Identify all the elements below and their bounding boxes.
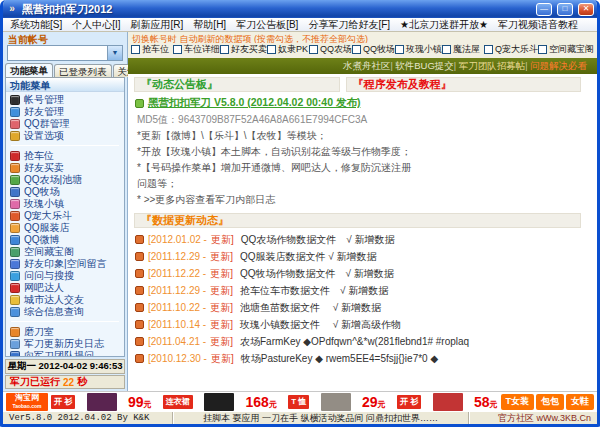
menu-item[interactable]: 个人中心[I] bbox=[67, 18, 125, 32]
menu-item[interactable]: 分享军刀给好友[F] bbox=[303, 18, 395, 32]
banner-segment[interactable] bbox=[87, 393, 117, 411]
sidebar-item[interactable]: QQ牧场 bbox=[6, 186, 124, 198]
sidebar-item[interactable]: 空间藏宝阁 bbox=[6, 246, 124, 258]
banner-segment[interactable] bbox=[433, 393, 463, 411]
banner-segment[interactable]: 开 衫 bbox=[397, 395, 421, 409]
sidebar-item[interactable]: 军刀更新历史日志 bbox=[6, 338, 124, 350]
sidebar-item[interactable]: 抢车位 bbox=[6, 150, 124, 162]
qq-penguin-icon bbox=[10, 95, 20, 105]
md5-text: MD5值：9643709B87F52A46A8A661E7994CFC3A bbox=[137, 113, 591, 127]
account-combobox[interactable]: ▼ bbox=[7, 45, 123, 61]
sidebar-item[interactable]: QQ群管理 bbox=[6, 118, 124, 130]
checkbox-icon[interactable] bbox=[173, 45, 182, 54]
checkbox-icon[interactable] bbox=[484, 45, 493, 54]
menu-item[interactable]: 帮助[H] bbox=[188, 18, 231, 32]
banner-category-button[interactable]: T女装 bbox=[501, 394, 535, 410]
sidebar-item[interactable]: 城市达人交友 bbox=[6, 294, 124, 306]
banner-price-unit: 元 bbox=[489, 399, 497, 410]
menu-item[interactable]: ★北京刀迷群开放★ bbox=[395, 18, 493, 32]
update-date: [2011.10.22 - bbox=[148, 302, 206, 313]
update-date: [2011.12.29 - bbox=[148, 251, 206, 262]
current-account-label: 当前帐号 bbox=[3, 32, 127, 44]
banner-category-button[interactable]: 女鞋 bbox=[566, 394, 594, 410]
clock-display: 星期一 2012-04-02 9:46:53 bbox=[5, 359, 125, 374]
checkbox-icon[interactable] bbox=[267, 45, 276, 54]
sidebar-item[interactable]: QQ服装店 bbox=[6, 222, 124, 234]
minimize-button[interactable]: — bbox=[536, 3, 552, 16]
sidebar-item[interactable]: 问问与搜搜 bbox=[6, 270, 124, 282]
sidebar-item[interactable]: QQ农场|池塘 bbox=[6, 174, 124, 186]
checkbox-icon[interactable] bbox=[220, 45, 229, 54]
banner-category-button[interactable]: 包包 bbox=[536, 394, 564, 410]
announcement-title-link[interactable]: 黑营扣扣军刀 V5.8.0 (2012.04.02 00:40 发布) bbox=[148, 96, 360, 110]
refresh-checkbox[interactable]: 魔法屋 bbox=[442, 43, 484, 56]
refresh-checkbox[interactable]: 玫瑰小镇 bbox=[395, 43, 442, 56]
sidebar-item[interactable]: 设置选项 bbox=[6, 130, 124, 142]
menu-item[interactable]: 军刀视频语音教程 bbox=[493, 18, 583, 32]
sharpen-room-icon bbox=[10, 327, 20, 337]
close-button[interactable]: ✕ bbox=[578, 3, 594, 16]
refresh-checkbox[interactable]: 奴隶PK bbox=[267, 43, 309, 56]
sidebar-item[interactable]: 好友管理 bbox=[6, 106, 124, 118]
checkbox-label: 魔法屋 bbox=[453, 43, 480, 56]
sidebar-item-label: 帐号管理 bbox=[24, 94, 64, 106]
refresh-checkbox[interactable]: 空间藏宝阁 bbox=[538, 43, 594, 56]
quick-link[interactable]: 军刀团队招募帖 bbox=[454, 60, 525, 73]
sidebar-item[interactable]: 向军刀团队提问 bbox=[6, 350, 124, 357]
banner-segment[interactable]: 连衣裙 bbox=[163, 395, 193, 409]
menu-item[interactable]: 系统功能[S] bbox=[5, 18, 67, 32]
checkbox-icon[interactable] bbox=[538, 45, 547, 54]
refresh-checkbox[interactable]: Q宠大乐斗 bbox=[484, 43, 538, 56]
checkbox-icon[interactable] bbox=[309, 45, 318, 54]
sidebar-item[interactable]: 综合信息查询 bbox=[6, 306, 124, 318]
quick-link[interactable]: 水煮舟社区 bbox=[343, 60, 391, 73]
banner-segment[interactable]: 99元 bbox=[128, 394, 152, 410]
menu-item[interactable]: 军刀公告板[B] bbox=[231, 18, 303, 32]
banner-segment[interactable]: T 恤 bbox=[288, 395, 309, 409]
menu-item[interactable]: 刷新应用[R] bbox=[126, 18, 189, 32]
city-friend-icon bbox=[10, 295, 20, 305]
sidebar-item[interactable]: Q宠大乐斗 bbox=[6, 210, 124, 222]
quick-link[interactable]: 问题解决必看 bbox=[525, 60, 587, 73]
status-official-site[interactable]: 官方社区 wWw.3KB.Cn bbox=[469, 412, 597, 424]
sidebar-item[interactable]: QQ微博 bbox=[6, 234, 124, 246]
update-text: 农场FarmKey ◆OPdfqwn^&*w(281flebnd1# #ropl… bbox=[240, 335, 469, 349]
banner-segment[interactable] bbox=[204, 393, 234, 411]
banner-price-value: 168 bbox=[246, 394, 269, 410]
refresh-checkbox[interactable]: QQ农场 bbox=[309, 43, 352, 56]
quick-link[interactable]: 软件BUG提交 bbox=[390, 60, 453, 73]
taobao-logo[interactable]: 淘宝网 Taobao.com bbox=[6, 393, 48, 411]
runtime-prefix: 军刀已运行 bbox=[10, 375, 60, 389]
banner-price-unit: 元 bbox=[378, 399, 386, 410]
ask-team-icon bbox=[10, 351, 20, 357]
announcement-line: *更新【微博】\【乐斗】\【农牧】等模块； bbox=[137, 129, 591, 143]
banner-segment[interactable]: 58元 bbox=[474, 394, 498, 410]
checkbox-icon[interactable] bbox=[442, 45, 451, 54]
banner-segment[interactable]: 开 衫 bbox=[51, 395, 75, 409]
sidebar-item[interactable]: 好友印象|空间留言 bbox=[6, 258, 124, 270]
update-text: QQ牧场作物数据文件 √ 新增数据 bbox=[240, 267, 394, 281]
sidebar-item[interactable]: 磨刀室 bbox=[6, 326, 124, 338]
refresh-checkbox[interactable]: 车位详细 bbox=[173, 43, 220, 56]
sidebar-item-label: 向军刀团队提问 bbox=[24, 350, 94, 357]
sidebar-item[interactable]: 网吧达人 bbox=[6, 282, 124, 294]
banner-segment[interactable] bbox=[321, 393, 351, 411]
sidebar-tab[interactable]: 已登录列表 bbox=[54, 64, 112, 77]
checkbox-icon[interactable] bbox=[395, 45, 404, 54]
sidebar-item[interactable]: 帐号管理 bbox=[6, 94, 124, 106]
checkbox-icon[interactable] bbox=[352, 45, 361, 54]
banner-segment[interactable]: 168元 bbox=[246, 394, 277, 410]
checkbox-icon[interactable] bbox=[131, 45, 140, 54]
sidebar-item[interactable]: 好友买卖 bbox=[6, 162, 124, 174]
sidebar-item[interactable]: 玫瑰小镇 bbox=[6, 198, 124, 210]
refresh-checkbox[interactable]: 好友买卖 bbox=[220, 43, 267, 56]
maximize-button[interactable]: □ bbox=[557, 3, 573, 16]
sidebar-item-label: 玫瑰小镇 bbox=[24, 198, 64, 210]
banner-segment[interactable]: 29元 bbox=[362, 394, 386, 410]
chevron-down-icon[interactable]: ▼ bbox=[107, 46, 122, 60]
runtime-value: 22 bbox=[63, 377, 74, 388]
refresh-checkbox[interactable]: QQ牧场 bbox=[352, 43, 395, 56]
refresh-checkbox[interactable]: 抢车位 bbox=[131, 43, 173, 56]
sidebar-tab[interactable]: 功能菜单 bbox=[5, 63, 53, 77]
update-history-icon bbox=[10, 339, 20, 349]
